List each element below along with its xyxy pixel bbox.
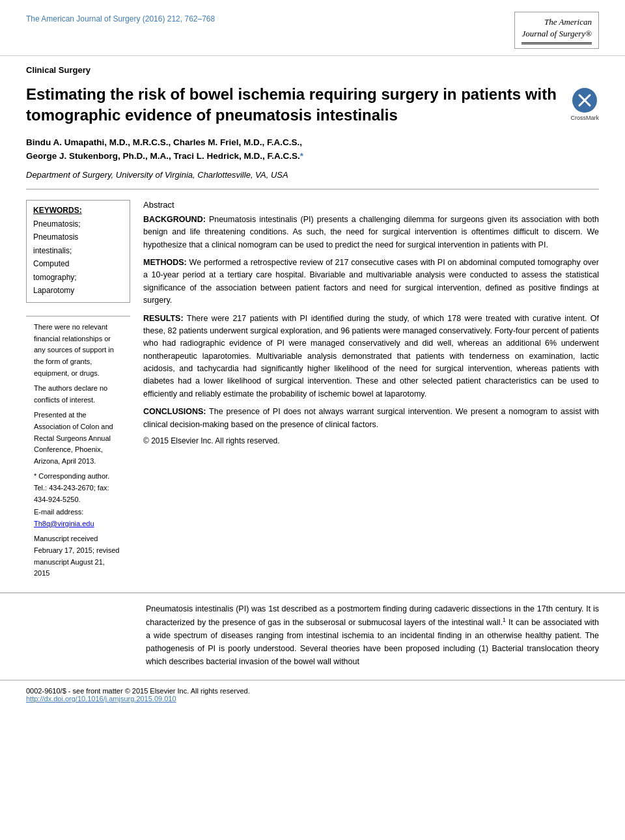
abstract-results: RESULTS: There were 217 patients with PI… bbox=[143, 313, 599, 401]
email-link[interactable]: Th8q@virginia.edu bbox=[34, 520, 94, 527]
footnote-1: There were no relevant financial relatio… bbox=[34, 322, 122, 379]
footnote-4: * Corresponding author. Tel.: 434-243-26… bbox=[34, 471, 122, 505]
keywords-title: KEYWORDS: bbox=[33, 206, 123, 215]
divider-1 bbox=[26, 189, 599, 189]
footer-doi: http://dx.doi.org/10.1016/j.amjsurg.2015… bbox=[26, 695, 599, 703]
crossmark-icon bbox=[572, 88, 597, 113]
abstract-conclusions: CONCLUSIONS: The presence of PI does not… bbox=[143, 406, 599, 431]
methods-text: We performed a retrospective review of 2… bbox=[143, 258, 599, 305]
bottom-left-spacer bbox=[26, 602, 130, 668]
results-label: RESULTS: bbox=[143, 314, 184, 323]
crossmark-label: CrossMark bbox=[570, 115, 599, 121]
keyword-4: Laparotomy bbox=[33, 286, 74, 295]
bottom-section: Pneumatosis intestinalis (PI) was 1st de… bbox=[0, 593, 625, 668]
keyword-1: Pneumatosis; bbox=[33, 219, 81, 229]
section-label: Clinical Surgery bbox=[0, 56, 625, 79]
left-column: KEYWORDS: Pneumatosis; Pneumatosisintest… bbox=[26, 200, 130, 585]
crossmark-badge: CrossMark bbox=[570, 88, 599, 121]
journal-logo-box: The American Journal of Surgery® bbox=[514, 12, 599, 49]
abstract-methods: METHODS: We performed a retrospective re… bbox=[143, 257, 599, 307]
results-text: There were 217 patients with PI identifi… bbox=[143, 314, 599, 399]
journal-logo-underline bbox=[521, 42, 592, 44]
main-title: Estimating the risk of bowel ischemia re… bbox=[26, 84, 570, 124]
right-column: Abstract BACKGROUND: Pneumatosis intesti… bbox=[143, 200, 599, 585]
page-footer: 0002-9610/$ - see front matter © 2015 El… bbox=[0, 680, 625, 710]
body-section: KEYWORDS: Pneumatosis; Pneumatosisintest… bbox=[0, 193, 625, 585]
footer-text: 0002-9610/$ - see front matter © 2015 El… bbox=[26, 687, 599, 695]
footnote-email: E-mail address: Th8q@virginia.edu bbox=[34, 507, 122, 529]
page: The American Journal of Surgery (2016) 2… bbox=[0, 0, 625, 840]
conclusions-label: CONCLUSIONS: bbox=[143, 407, 206, 416]
copyright: © 2015 Elsevier Inc. All rights reserved… bbox=[143, 436, 599, 445]
authors-text: Bindu A. Umapathi, M.D., M.R.C.S., Charl… bbox=[26, 137, 303, 161]
background-label: BACKGROUND: bbox=[143, 215, 206, 224]
background-text: Pneumatosis intestinalis (PI) presents a… bbox=[143, 215, 599, 249]
keywords-list: Pneumatosis; Pneumatosisintestinalis; Co… bbox=[33, 217, 123, 297]
authors-section: Bindu A. Umapathi, M.D., M.R.C.S., Charl… bbox=[0, 132, 625, 167]
journal-citation: The American Journal of Surgery (2016) 2… bbox=[26, 12, 215, 23]
doi-link[interactable]: http://dx.doi.org/10.1016/j.amjsurg.2015… bbox=[26, 695, 176, 703]
footnote-area: There were no relevant financial relatio… bbox=[26, 316, 130, 584]
footnote-5: Manuscript received February 17, 2015; r… bbox=[34, 533, 122, 579]
abstract-title: Abstract bbox=[143, 200, 599, 210]
top-header: The American Journal of Surgery (2016) 2… bbox=[0, 0, 625, 56]
methods-label: METHODS: bbox=[143, 258, 187, 267]
conclusions-text: The presence of PI does not always warra… bbox=[143, 407, 599, 428]
body-text: Pneumatosis intestinalis (PI) was 1st de… bbox=[146, 602, 599, 668]
keyword-2: Pneumatosisintestinalis; bbox=[33, 232, 78, 255]
keyword-3: Computedtomography; bbox=[33, 259, 77, 281]
abstract-background: BACKGROUND: Pneumatosis intestinalis (PI… bbox=[143, 214, 599, 251]
title-section: Estimating the risk of bowel ischemia re… bbox=[0, 79, 625, 131]
keywords-box: KEYWORDS: Pneumatosis; Pneumatosisintest… bbox=[26, 200, 130, 303]
affiliation: Department of Surgery, University of Vir… bbox=[0, 167, 625, 185]
journal-logo-title: The American Journal of Surgery® bbox=[521, 16, 592, 40]
footnote-3: Presented at the Association of Colon an… bbox=[34, 410, 122, 467]
footnote-2: The authors declare no conflicts of inte… bbox=[34, 383, 122, 406]
